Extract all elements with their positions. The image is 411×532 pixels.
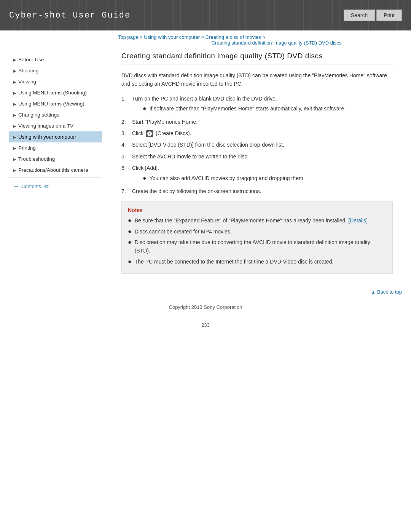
sidebar-arrow-icon: ▶ — [13, 124, 16, 129]
sidebar-item-label: Shooting — [18, 68, 38, 73]
sidebar-item-viewing[interactable]: ▶Viewing — [9, 76, 102, 87]
header: Cyber-shot User Guide Search Print — [0, 0, 411, 30]
step-content: Select [DVD-Video (STD)] from the disc s… — [132, 141, 284, 149]
step-content: Click [Add].●You can also add AVCHD movi… — [132, 164, 304, 184]
step-content: Click (Create Discs). — [132, 129, 191, 137]
intro-text: DVD discs with standard definition image… — [121, 71, 393, 88]
note-item-3: ●Disc creation may take time due to conv… — [128, 238, 386, 255]
step-item-3: 3.Click (Create Discs). — [121, 129, 393, 137]
print-button[interactable]: Print — [376, 10, 402, 21]
sidebar-item-viewing-images-tv[interactable]: ▶Viewing images on a TV — [9, 120, 102, 131]
header-buttons: Search Print — [344, 10, 402, 21]
sidebar-item-label: Viewing — [18, 79, 36, 85]
breadcrumb-using-computer[interactable]: Using with your computer — [144, 34, 200, 40]
step-click-text: Click — [132, 130, 145, 136]
bullet-icon: ● — [143, 104, 147, 113]
step-number: 5. — [121, 152, 132, 161]
sidebar-item-using-menu-viewing[interactable]: ▶Using MENU items (Viewing) — [9, 98, 102, 109]
sidebar-arrow-icon: ▶ — [13, 113, 16, 118]
sidebar-item-label: Using MENU items (Shooting) — [18, 90, 87, 96]
sidebar-item-label: Before Use — [18, 57, 44, 62]
sidebar-arrow-icon: ▶ — [13, 58, 16, 62]
step-number: 2. — [121, 118, 132, 126]
note-item-4: ●The PC must be connected to the Interne… — [128, 257, 386, 266]
sidebar-item-label: Troubleshooting — [18, 156, 55, 162]
sidebar-arrow-icon: ▶ — [13, 102, 16, 107]
step-item-1: 1.Turn on the PC and insert a blank DVD … — [121, 94, 393, 115]
sidebar: ▶Before Use▶Shooting▶Viewing▶Using MENU … — [9, 48, 108, 283]
notes-list: ●Be sure that the "Expanded Feature" of … — [128, 216, 386, 266]
step-content: Select the AVCHD movie to be written to … — [132, 152, 249, 161]
sidebar-item-changing-settings[interactable]: ▶Changing settings — [9, 109, 102, 120]
step-text: Click [Add]. — [132, 165, 159, 171]
breadcrumb-sep3: > — [262, 34, 265, 40]
sidebar-item-label: Using MENU items (Viewing) — [18, 101, 84, 107]
note-bullet-icon: ● — [128, 216, 132, 225]
breadcrumb-top[interactable]: Top page — [118, 34, 139, 40]
step-text: Turn on the PC and insert a blank DVD di… — [132, 96, 277, 102]
sidebar-item-precautions[interactable]: ▶Precautions/About this camera — [9, 165, 102, 176]
footer: Copyright 2013 Sony Corporation — [0, 298, 411, 316]
sidebar-divider — [9, 177, 102, 177]
step-number: 4. — [121, 141, 132, 149]
step-text: Select [DVD-Video (STD)] from the disc s… — [132, 142, 284, 148]
step-number: 6. — [121, 164, 132, 172]
sidebar-item-printing[interactable]: ▶Printing — [9, 142, 102, 153]
step-sub-item: ●If software other than "PlayMemories Ho… — [143, 104, 346, 113]
sidebar-item-using-menu-shooting[interactable]: ▶Using MENU items (Shooting) — [9, 87, 102, 98]
page-title: Creating standard definition image quali… — [121, 52, 393, 64]
note-bullet-icon: ● — [128, 238, 132, 246]
note-text: Be sure that the "Expanded Feature" of "… — [135, 216, 347, 225]
create-disc-icon — [146, 130, 153, 137]
app-title: Cyber-shot User Guide — [9, 11, 131, 20]
step-text: Create the disc by following the on-scre… — [132, 188, 261, 194]
step-sub-item: ●You can also add AVCHD movies by draggi… — [143, 174, 304, 182]
sidebar-item-shooting[interactable]: ▶Shooting — [9, 65, 102, 76]
note-bullet-icon: ● — [128, 257, 132, 266]
note-text: The PC must be connected to the Internet… — [135, 257, 334, 266]
note-item-2: ●Discs cannot be created for MP4 movies. — [128, 227, 386, 236]
step-number: 7. — [121, 187, 132, 195]
breadcrumb-creating-disc[interactable]: Creating a disc of movies — [206, 34, 261, 40]
note-text: Discs cannot be created for MP4 movies. — [135, 227, 232, 236]
breadcrumb-sep2: > — [201, 34, 206, 40]
breadcrumb: Top page > Using with your computer > Cr… — [0, 30, 411, 48]
sidebar-item-using-computer[interactable]: ▶Using with your computer — [9, 131, 102, 142]
contents-arrow-icon: → — [13, 183, 19, 190]
note-bullet-icon: ● — [128, 227, 132, 236]
layout: ▶Before Use▶Shooting▶Viewing▶Using MENU … — [0, 48, 411, 283]
back-to-top-icon: ▲ — [371, 289, 376, 295]
step-text: Select the AVCHD movie to be written to … — [132, 153, 249, 160]
step-item-6: 6.Click [Add].●You can also add AVCHD mo… — [121, 164, 393, 184]
main-content: Creating standard definition image quali… — [112, 48, 402, 283]
step-text: Start "PlayMemories Home." — [132, 119, 199, 125]
sidebar-item-troubleshooting[interactable]: ▶Troubleshooting — [9, 153, 102, 165]
steps-list: 1.Turn on the PC and insert a blank DVD … — [121, 94, 393, 196]
notes-box: Notes ●Be sure that the "Expanded Featur… — [121, 201, 393, 274]
step-sub-text: You can also add AVCHD movies by draggin… — [150, 174, 305, 182]
sidebar-arrow-icon: ▶ — [13, 91, 16, 96]
back-to-top-label: Back to top — [377, 289, 402, 295]
step-number: 1. — [121, 94, 132, 103]
note-details-link[interactable]: [Details] — [348, 216, 368, 225]
step-item-2: 2.Start "PlayMemories Home." — [121, 118, 393, 126]
search-button[interactable]: Search — [344, 10, 375, 21]
back-to-top-link[interactable]: ▲ Back to top — [371, 289, 402, 295]
sidebar-item-before-use[interactable]: ▶Before Use — [9, 54, 102, 65]
contents-link[interactable]: → Contents list — [9, 179, 102, 193]
step-sub-list: ●If software other than "PlayMemories Ho… — [143, 104, 346, 113]
step-content: Turn on the PC and insert a blank DVD di… — [132, 94, 346, 115]
breadcrumb-current: Creating standard definition image quali… — [212, 40, 342, 46]
sidebar-arrow-icon: ▶ — [13, 157, 16, 162]
step-content: Start "PlayMemories Home." — [132, 118, 199, 126]
step-text: (Create Discs). — [154, 130, 191, 136]
contents-link-label: Contents list — [21, 184, 49, 189]
page-number: 233 — [0, 316, 411, 334]
sidebar-arrow-icon: ▶ — [13, 146, 16, 151]
step-item-4: 4.Select [DVD-Video (STD)] from the disc… — [121, 141, 393, 149]
sidebar-arrow-icon: ▶ — [13, 168, 16, 173]
step-number: 3. — [121, 129, 132, 137]
breadcrumb-sep1: > — [140, 34, 144, 40]
notes-title: Notes — [128, 207, 386, 213]
sidebar-arrow-icon: ▶ — [13, 69, 16, 73]
